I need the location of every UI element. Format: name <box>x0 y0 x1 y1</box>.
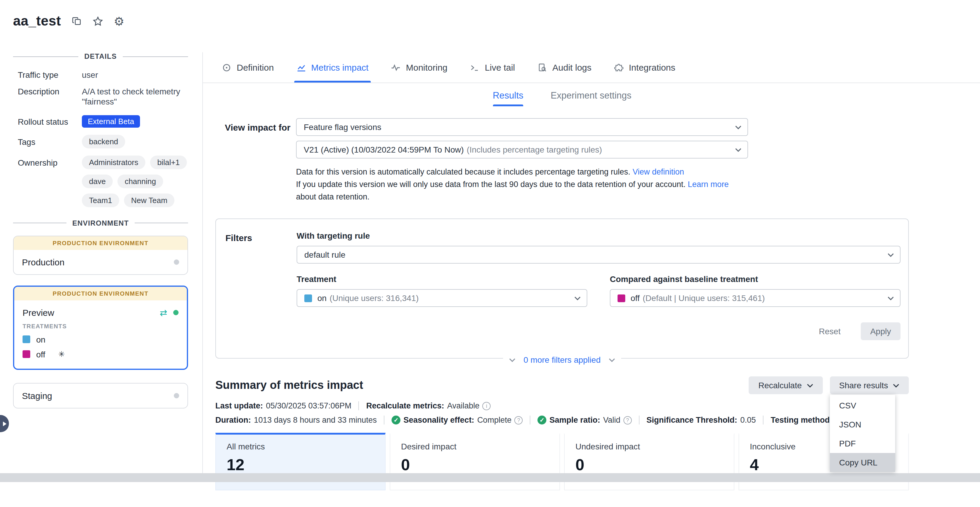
filters-title: Filters <box>226 231 297 340</box>
owner-pill[interactable]: Administrators <box>82 155 145 169</box>
traffic-type-value: user <box>82 70 98 80</box>
star-icon[interactable] <box>92 16 103 26</box>
learn-more-link[interactable]: Learn more <box>688 180 729 189</box>
environment-section-header: ENVIRONMENT <box>13 219 188 227</box>
summary-title: Summary of metrics impact <box>215 379 363 392</box>
share-menu-item-copy-url[interactable]: Copy URL <box>830 453 895 472</box>
treatment-off-label: off <box>36 349 45 359</box>
subtab-results[interactable]: Results <box>493 90 523 106</box>
chevron-down-icon <box>609 358 616 362</box>
details-section-header: DETAILS <box>13 52 188 61</box>
recalculate-metrics-label: Recalculate metrics: <box>366 401 444 410</box>
check-circle-icon: ✓ <box>538 416 546 424</box>
targeting-rule-label: With targeting rule <box>297 231 900 241</box>
gear-icon[interactable]: ⚙ <box>114 15 124 27</box>
metric-card-label: Desired impact <box>401 442 549 451</box>
subtab-results-label: Results <box>493 90 523 100</box>
view-definition-link[interactable]: View definition <box>633 167 684 176</box>
env-card-production[interactable]: PRODUCTION ENVIRONMENT Production <box>13 235 188 274</box>
treatment-select-detail: (Unique users: 316,341) <box>329 293 418 303</box>
treatment-on-swatch <box>22 335 30 343</box>
chevron-down-icon <box>574 296 581 300</box>
version-value: V21 (Active) (10/03/2022 04:59PM To Now) <box>304 145 464 155</box>
more-filters-toggle[interactable]: 0 more filters applied <box>503 355 621 365</box>
tab-audit-logs[interactable]: Audit logs <box>538 52 592 83</box>
monitoring-icon <box>391 63 401 72</box>
tab-integrations[interactable]: Integrations <box>614 52 675 83</box>
last-update-label: Last update: <box>215 401 263 410</box>
share-results-menu: CSV JSON PDF Copy URL <box>830 395 895 472</box>
tab-definition-label: Definition <box>237 62 274 72</box>
environment-header-label: ENVIRONMENT <box>72 219 129 227</box>
baseline-select[interactable]: off (Default | Unique users: 315,461) <box>610 289 900 307</box>
details-header-label: DETAILS <box>84 52 116 61</box>
rollout-status-row: Rollout status External Beta <box>18 115 191 128</box>
env-card-staging[interactable]: Staging <box>13 383 188 408</box>
seasonality-value: Complete <box>477 416 512 424</box>
owner-pill[interactable]: New Team <box>124 193 174 207</box>
treatment-on-label: on <box>36 335 45 344</box>
treatment-select-label: Treatment <box>297 274 587 284</box>
subtab-experiment-settings[interactable]: Experiment settings <box>551 90 632 106</box>
version-select[interactable]: V21 (Active) (10/03/2022 04:59PM To Now)… <box>296 141 748 158</box>
tab-live-tail[interactable]: Live tail <box>470 52 515 83</box>
tags-row: Tags backend <box>18 134 191 148</box>
filters-panel: Filters With targeting rule default rule… <box>215 218 909 359</box>
owner-pill[interactable]: dave <box>82 174 113 188</box>
version-type-value: Feature flag versions <box>304 122 381 132</box>
content-column: Results Experiment settings View impact … <box>215 90 909 490</box>
treatment-select[interactable]: on (Unique users: 316,341) <box>297 289 587 307</box>
traffic-type-row: Traffic type user <box>18 70 191 80</box>
targeting-rule-select[interactable]: default rule <box>297 246 900 264</box>
share-results-button[interactable]: Share results <box>830 376 909 394</box>
share-menu-item-pdf[interactable]: PDF <box>830 434 895 453</box>
swap-arrows-icon[interactable]: ⇄ <box>160 307 167 318</box>
recalculate-metrics-value: Available <box>447 401 479 410</box>
version-type-select[interactable]: Feature flag versions <box>296 118 748 136</box>
owner-pill[interactable]: Team1 <box>82 193 119 207</box>
description-row: Description A/A test to check telemetry … <box>18 86 191 107</box>
env-card-preview[interactable]: PRODUCTION ENVIRONMENT Preview ⇄ TREATME… <box>13 285 188 370</box>
treatments-block: TREATMENTS on off ✳ <box>14 323 187 368</box>
duration-label: Duration: <box>215 416 251 424</box>
owner-pill[interactable]: bilal+1 <box>150 155 187 169</box>
summary-header-row: Summary of metrics impact Recalculate Sh… <box>215 376 909 394</box>
info-icon[interactable]: i <box>483 402 491 410</box>
metric-card-label: All metrics <box>227 442 374 451</box>
subtab-bar: Results Experiment settings <box>215 90 909 106</box>
preview-env-banner: PRODUCTION ENVIRONMENT <box>14 287 187 300</box>
copy-icon[interactable] <box>72 16 81 26</box>
help-icon[interactable]: ? <box>514 416 523 424</box>
share-menu-item-csv[interactable]: CSV <box>830 396 895 415</box>
main-panel: Definition Metrics impact Monitoring Liv… <box>202 52 980 473</box>
tab-metrics-impact[interactable]: Metrics impact <box>296 52 368 83</box>
audit-logs-icon <box>538 63 547 72</box>
metric-card-value: 0 <box>576 456 723 474</box>
tab-monitoring[interactable]: Monitoring <box>391 52 447 83</box>
sidebar-collapse-handle[interactable] <box>0 415 9 432</box>
definition-icon <box>222 63 231 72</box>
baseline-select-value: off <box>631 293 640 303</box>
chevron-down-icon <box>735 148 741 152</box>
more-filters-link[interactable]: 0 more filters applied <box>523 355 601 365</box>
sample-ratio-value: Valid <box>603 416 620 424</box>
metric-card-label: Undesired impact <box>576 442 723 451</box>
tab-definition[interactable]: Definition <box>222 52 274 83</box>
reset-button[interactable]: Reset <box>819 327 841 336</box>
share-menu-item-json[interactable]: JSON <box>830 415 895 434</box>
production-env-banner: PRODUCTION ENVIRONMENT <box>14 236 188 250</box>
apply-button[interactable]: Apply <box>861 322 900 340</box>
tag-pill[interactable]: backend <box>82 134 125 148</box>
chevron-down-icon <box>888 253 894 257</box>
baseline-select-label: Compared against baseline treatment <box>610 274 900 284</box>
default-treatment-icon: ✳ <box>59 350 65 359</box>
treatment-off-swatch <box>22 350 30 358</box>
recalculate-button[interactable]: Recalculate <box>749 376 822 394</box>
rollout-status-badge[interactable]: External Beta <box>82 115 140 128</box>
summary-meta-line2: Duration: 1013 days 8 hours and 33 minut… <box>215 416 909 424</box>
env-name-production: Production <box>22 257 64 267</box>
last-update-value: 05/30/2025 03:57:06PM <box>266 401 352 410</box>
help-icon[interactable]: ? <box>624 416 632 424</box>
recalculate-button-label: Recalculate <box>759 381 802 390</box>
owner-pill[interactable]: channing <box>118 174 163 188</box>
